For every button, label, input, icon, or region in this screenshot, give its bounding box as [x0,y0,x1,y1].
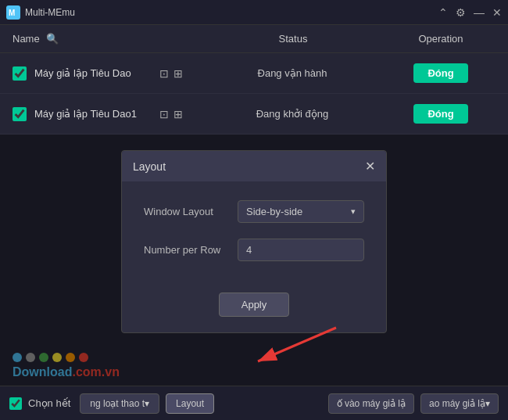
modal-header: Layout ✕ [122,151,386,181]
modal-footer: Apply [122,285,386,317]
row-1-name: Máy giả lập Tiêu Dao [34,67,159,79]
edit-icon[interactable]: ⊡ [159,67,169,80]
modal-overlay: Layout ✕ Window Layout Side-by-side ▾ [0,135,508,420]
svg-text:M: M [9,9,15,17]
row-2-operation: Đóng [386,104,495,124]
row-1-status: Đang vận hành [199,67,386,79]
app-container: Name 🔍 Status Operation Máy giả lập Tiêu… [0,25,508,420]
col-operation-header: Operation [386,33,495,45]
batch-action-btn[interactable]: ng loạt thao t▾ [80,393,159,414]
modal-title: Layout [133,160,166,173]
select-all-label: Chọn hết [28,397,70,409]
row-1-icons: ⊡ ⊞ [159,67,199,80]
modal-close-btn[interactable]: ✕ [365,159,375,174]
row-2-name: Máy giả lập Tiêu Dao1 [34,108,159,120]
external-icon[interactable]: ⊞ [174,67,183,80]
layout-btn[interactable]: Layout [166,393,214,414]
close-icon[interactable]: ✕ [492,6,502,19]
row-2-checkbox[interactable] [13,107,27,121]
number-per-row-input[interactable] [238,239,364,261]
window-layout-label: Window Layout [144,206,238,217]
apply-button[interactable]: Apply [219,293,290,317]
row-1-checkbox[interactable] [13,66,27,81]
external-icon-2[interactable]: ⊞ [174,108,183,120]
app-logo: M [6,5,20,20]
window-controls: ⌃ ⚙ — ✕ [438,6,502,19]
col-name-header: Name 🔍 [13,33,200,45]
window-layout-row: Window Layout Side-by-side ▾ [144,200,364,223]
number-per-row-control [238,239,364,261]
layout-modal: Layout ✕ Window Layout Side-by-side ▾ [121,150,387,333]
content-area: Layout ✕ Window Layout Side-by-side ▾ [0,135,508,420]
edit-icon-2[interactable]: ⊡ [159,108,169,120]
add-to-device-btn[interactable]: ố vào máy giả lậ [328,393,414,414]
table-row: Máy giả lập Tiêu Dao1 ⊡ ⊞ Đang khởi động… [0,94,508,135]
row-2-icons: ⊡ ⊞ [159,108,199,120]
pin-icon[interactable]: ⌃ [438,6,448,19]
window-layout-control: Side-by-side ▾ [238,200,364,223]
row-2-close-btn[interactable]: Đóng [413,104,467,124]
number-per-row-label: Number per Row [144,244,238,256]
table-headers: Name 🔍 Status Operation [0,25,508,53]
sync-from-device-btn[interactable]: ao máy giả lậ▾ [420,393,499,414]
select-all-checkbox[interactable] [9,397,22,410]
settings-icon[interactable]: ⚙ [456,6,466,19]
row-1-close-btn[interactable]: Đóng [413,63,467,83]
chevron-down-icon: ▾ [351,206,356,217]
bottom-bar: Chọn hết ng loạt thao t▾ Layout ố vào má… [0,386,508,420]
title-bar: M Multi-MEmu ⌃ ⚙ — ✕ [0,0,508,25]
row-1-operation: Đóng [386,63,495,83]
minimize-icon[interactable]: — [474,6,485,19]
search-icon[interactable]: 🔍 [46,33,59,45]
app-title: Multi-MEmu [25,7,438,18]
number-per-row-row: Number per Row [144,239,364,261]
modal-body: Window Layout Side-by-side ▾ Number per … [122,181,386,285]
table-row: Máy giả lập Tiêu Dao ⊡ ⊞ Đang vận hành Đ… [0,53,508,94]
window-layout-select[interactable]: Side-by-side ▾ [238,200,364,223]
row-2-status: Đang khởi động [199,108,386,120]
col-status-header: Status [200,33,386,45]
